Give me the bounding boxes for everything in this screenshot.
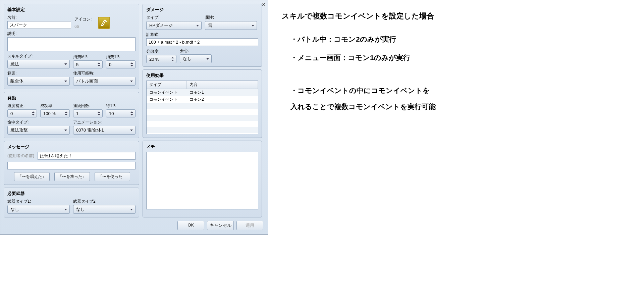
name-input[interactable] — [7, 21, 71, 29]
anim-label: アニメーション: — [73, 119, 136, 125]
critical-select[interactable]: なし — [180, 54, 212, 63]
memo-title: メモ — [146, 144, 258, 150]
occasion-select[interactable]: バトル画面 — [73, 77, 136, 86]
repeat-spinner[interactable]: 1 — [73, 109, 103, 117]
notes-bullet-2: ・メニュー画面：コモン1のみが実行 — [282, 51, 631, 64]
icon-label: アイコン: — [74, 16, 95, 22]
effects-title: 使用効果 — [146, 72, 258, 79]
group-damage: ダメージ タイプ: HPダメージ 属性: 雷 計算式: — [143, 4, 262, 67]
success-spinner[interactable]: 100 % — [40, 109, 70, 117]
group-memo: メモ — [143, 141, 262, 217]
w1-select[interactable]: なし — [7, 205, 70, 214]
msg-preset-3-button[interactable]: 「〜を使った」 — [95, 172, 130, 181]
dialog-footer: OK キャンセル 適用 — [0, 217, 268, 234]
group-weapon: 必要武器 武器タイプ1: なし 武器タイプ2: なし — [4, 188, 139, 217]
success-label: 成功率: — [40, 103, 70, 109]
skilltype-label: スキルタイプ: — [7, 53, 70, 59]
weapon-title: 必要武器 — [7, 191, 136, 197]
repeat-label: 連続回数: — [73, 103, 103, 109]
icon-number: 66 — [74, 24, 95, 29]
message-line2-input[interactable] — [7, 162, 136, 169]
mp-label: 消費MP: — [73, 54, 103, 60]
basic-title: 基本設定 — [7, 7, 136, 13]
table-row-empty[interactable] — [147, 103, 258, 109]
scope-label: 範囲: — [7, 70, 70, 76]
mp-spinner[interactable]: 5 — [73, 60, 103, 68]
skill-icon[interactable] — [98, 17, 110, 29]
skill-editor-dialog: × 基本設定 名前: アイコン: 66 — [0, 0, 268, 235]
name-label: 名前: — [7, 15, 71, 20]
desc-label: 説明: — [7, 31, 136, 37]
table-row[interactable]: コモンイベントコモン1 — [147, 89, 258, 96]
message-line1-input[interactable] — [38, 152, 136, 160]
desc-input[interactable] — [7, 37, 136, 51]
effects-table[interactable]: タイプ 内容 コモンイベントコモン1コモンイベントコモン2 — [146, 81, 258, 134]
variance-label: 分散度: — [146, 49, 176, 54]
group-effects: 使用効果 タイプ 内容 コモンイベントコモン1コモンイベントコモン2 — [143, 69, 262, 138]
occasion-label: 使用可能時: — [73, 70, 136, 76]
tp-spinner[interactable]: 0 — [106, 60, 136, 68]
table-row-empty[interactable] — [147, 121, 258, 127]
group-basic: 基本設定 名前: アイコン: 66 説明: — [4, 4, 139, 89]
notes-heading: スキルで複数コモンイベントを設定した場合 — [282, 9, 631, 23]
element-select[interactable]: 雷 — [205, 21, 257, 30]
w2-label: 武器タイプ2: — [73, 199, 136, 204]
skilltype-select[interactable]: 魔法 — [7, 60, 70, 68]
invoke-title: 発動 — [7, 95, 136, 101]
anim-select[interactable]: 0078 雷/全体1 — [73, 126, 136, 135]
formula-input[interactable] — [146, 38, 258, 46]
annotation-panel: スキルで複数コモンイベントを設定した場合 ・バトル中：コモン2のみが実行 ・メニ… — [268, 0, 644, 235]
memo-input[interactable] — [146, 152, 258, 209]
speed-spinner[interactable]: 0 — [7, 109, 37, 117]
notes-bullet-3: ・コモンイベントの中にコモンイベントを — [282, 84, 631, 97]
formula-label: 計算式: — [146, 32, 258, 38]
group-message: メッセージ (使用者の名前) 「〜を唱えた」 「〜を放った」 「〜を使った」 — [4, 141, 139, 185]
tpgain-spinner[interactable]: 10 — [106, 109, 136, 117]
msg-preset-2-button[interactable]: 「〜を放った」 — [54, 172, 90, 181]
hittype-select[interactable]: 魔法攻撃 — [7, 126, 70, 135]
damage-title: ダメージ — [146, 7, 258, 13]
group-invoke: 発動 速度補正: 0 成功率: 100 % 連続回数: 1 — [4, 92, 139, 138]
tpgain-label: 得TP: — [106, 103, 136, 109]
variance-spinner[interactable]: 20 % — [146, 55, 176, 63]
speed-label: 速度補正: — [7, 103, 37, 109]
hittype-label: 命中タイプ: — [7, 119, 70, 125]
scope-select[interactable]: 敵全体 — [7, 77, 70, 86]
tp-label: 消費TP: — [106, 54, 136, 60]
ok-button[interactable]: OK — [177, 221, 204, 230]
message-title: メッセージ — [7, 144, 136, 150]
user-placeholder: (使用者の名前) — [7, 153, 34, 159]
w1-label: 武器タイプ1: — [7, 199, 70, 204]
cancel-button[interactable]: キャンセル — [207, 221, 234, 230]
effects-col-type: タイプ — [147, 81, 187, 89]
critical-label: 会心: — [180, 48, 212, 54]
notes-bullet-1: ・バトル中：コモン2のみが実行 — [282, 33, 631, 46]
table-row-empty[interactable] — [147, 109, 258, 115]
table-row-empty[interactable] — [147, 115, 258, 121]
notes-bullet-3-sub: 入れることで複数コモンイベントを実行可能 — [282, 100, 631, 113]
table-row-empty[interactable] — [147, 127, 258, 133]
effects-col-content: 内容 — [187, 81, 258, 89]
dmgtype-label: タイプ: — [146, 15, 202, 20]
element-label: 属性: — [205, 15, 257, 20]
table-row-empty[interactable] — [147, 133, 258, 134]
apply-button[interactable]: 適用 — [236, 221, 263, 230]
msg-preset-1-button[interactable]: 「〜を唱えた」 — [14, 172, 50, 181]
dmgtype-select[interactable]: HPダメージ — [146, 21, 202, 30]
table-row[interactable]: コモンイベントコモン2 — [147, 96, 258, 103]
close-icon[interactable]: × — [262, 1, 265, 8]
w2-select[interactable]: なし — [73, 205, 136, 214]
